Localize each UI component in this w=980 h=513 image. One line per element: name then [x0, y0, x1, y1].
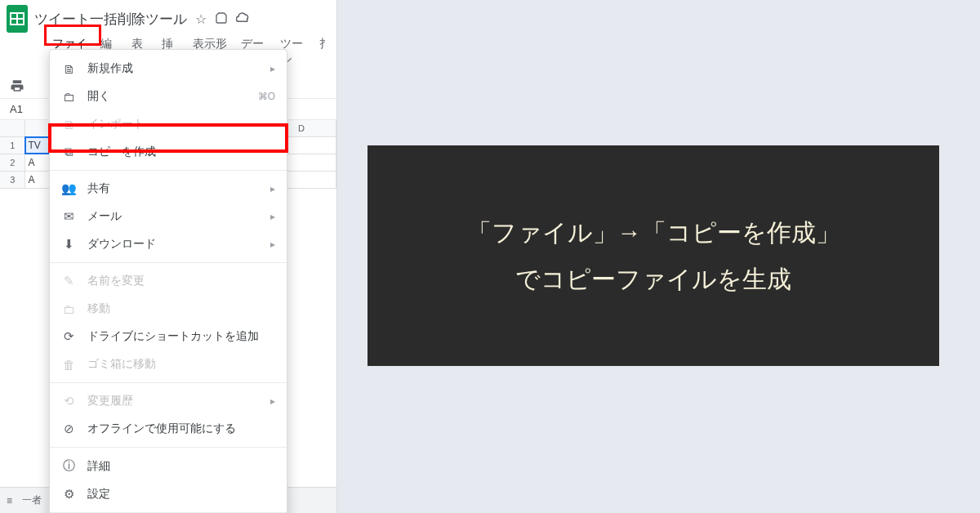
move-to-drive-icon[interactable]: [215, 11, 228, 27]
folder-icon: 🗀: [61, 90, 76, 104]
new-icon: 🗎: [61, 62, 76, 76]
instruction-callout: 「ファイル」→「コピーを作成」 でコピーファイルを生成: [368, 145, 939, 366]
menu-details[interactable]: ⓘ 詳細: [50, 452, 287, 480]
menu-make-copy[interactable]: ⧉ コピーを作成: [50, 138, 287, 166]
menu-download[interactable]: ⬇ ダウンロード ▸: [50, 230, 287, 258]
email-icon: ✉: [61, 209, 76, 224]
menu-email[interactable]: ✉ メール ▸: [50, 203, 287, 230]
download-icon: ⬇: [61, 237, 76, 252]
history-icon: ⟲: [61, 394, 76, 408]
instruction-line-1: 「ファイル」→「コピーを作成」: [467, 209, 840, 256]
info-icon: ⓘ: [61, 458, 76, 474]
shortcut-icon: ⟳: [61, 329, 76, 344]
menu-import: 🗎 インポート: [50, 110, 287, 138]
row-num[interactable]: 3: [0, 172, 25, 188]
document-title[interactable]: ツイート一括削除ツール: [34, 10, 187, 29]
copy-icon: ⧉: [61, 145, 76, 159]
menu-trash: 🗑 ゴミ箱に移動: [50, 350, 287, 378]
pencil-icon: ✎: [61, 274, 76, 288]
menu-more[interactable]: 扌: [314, 34, 336, 69]
menu-offline[interactable]: ⊘ オフラインで使用可能にする: [50, 415, 287, 443]
print-icon[interactable]: [10, 78, 24, 93]
import-icon: 🗎: [61, 118, 76, 132]
row-num[interactable]: 1: [0, 137, 25, 154]
star-icon[interactable]: ☆: [195, 11, 207, 27]
cloud-status-icon[interactable]: [236, 11, 251, 27]
sheet-tab[interactable]: 一者: [22, 493, 42, 507]
title-bar: ツイート一括削除ツール ☆: [0, 0, 336, 33]
submenu-arrow-icon: ▸: [270, 395, 275, 407]
row-num[interactable]: 2: [0, 154, 25, 171]
gear-icon: ⚙: [61, 487, 76, 502]
menu-new[interactable]: 🗎 新規作成 ▸: [50, 55, 287, 83]
menu-rename: ✎ 名前を変更: [50, 267, 287, 295]
share-icon: 👥: [61, 181, 76, 196]
instruction-line-2: でコピーファイルを生成: [467, 256, 840, 302]
file-menu-dropdown: 🗎 新規作成 ▸ 🗀 開く ⌘O 🗎 インポート ⧉ コピーを作成 👥 共有 ▸…: [49, 49, 287, 513]
menu-move: 🗀 移動: [50, 295, 287, 323]
menu-open[interactable]: 🗀 開く ⌘O: [50, 83, 287, 110]
submenu-arrow-icon: ▸: [270, 239, 275, 250]
trash-icon: 🗑: [61, 358, 76, 372]
menu-settings[interactable]: ⚙ 設定: [50, 480, 287, 508]
menu-add-shortcut[interactable]: ⟳ ドライブにショートカットを追加: [50, 323, 287, 350]
submenu-arrow-icon: ▸: [270, 211, 275, 222]
offline-icon: ⊘: [61, 422, 76, 436]
menu-version-history: ⟲ 変更履歴 ▸: [50, 387, 287, 415]
tabs-menu-icon[interactable]: ≡: [7, 495, 12, 506]
google-sheets-window: ツイート一括削除ツール ☆ ファイル 編集 表示 挿入 表示形式 データ ツール…: [0, 0, 337, 513]
submenu-arrow-icon: ▸: [270, 63, 275, 74]
menu-share[interactable]: 👥 共有 ▸: [50, 175, 287, 203]
shortcut-label: ⌘O: [258, 91, 275, 102]
move-icon: 🗀: [61, 302, 76, 316]
submenu-arrow-icon: ▸: [270, 183, 275, 194]
sheets-logo-icon[interactable]: [7, 5, 28, 33]
name-box[interactable]: A1: [7, 101, 38, 117]
